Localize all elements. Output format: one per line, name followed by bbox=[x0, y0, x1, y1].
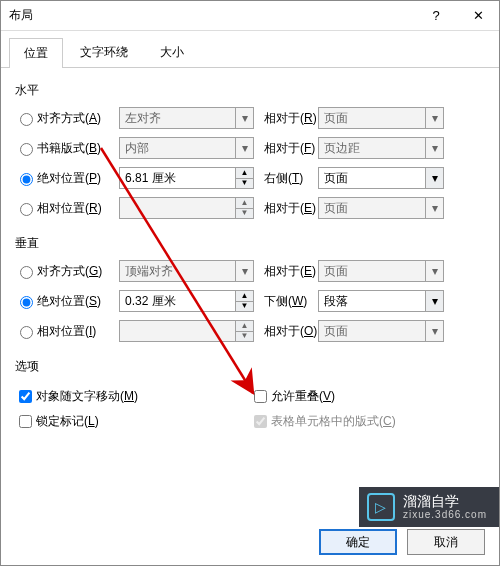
chevron-down-icon: ▾ bbox=[235, 138, 253, 158]
options-columns: 对象随文字移动(M) 锁定标记(L) 允许重叠(V) 表格单元格中的版式(C) bbox=[15, 381, 485, 437]
h-book-rel-label: 相对于(F) bbox=[254, 140, 318, 157]
allow-overlap-check[interactable]: 允许重叠(V) bbox=[250, 387, 485, 406]
v-align-radio-input[interactable] bbox=[20, 266, 33, 279]
chevron-down-icon: ▾ bbox=[425, 291, 443, 311]
h-align-radio-input[interactable] bbox=[20, 113, 33, 126]
h-abs-radio[interactable]: 绝对位置(P) bbox=[15, 170, 119, 187]
window-title: 布局 bbox=[9, 7, 415, 24]
play-icon: ▷ bbox=[367, 493, 395, 521]
v-abs-spinner[interactable]: 0.32 厘米 ▲▼ bbox=[119, 290, 254, 312]
chevron-down-icon: ▾ bbox=[235, 108, 253, 128]
chevron-down-icon: ▾ bbox=[425, 198, 443, 218]
tab-position[interactable]: 位置 bbox=[9, 38, 63, 68]
section-options: 选项 bbox=[15, 358, 485, 375]
chevron-down-icon: ▾ bbox=[235, 261, 253, 281]
move-with-text-check[interactable]: 对象随文字移动(M) bbox=[15, 387, 250, 406]
h-abs-spinner[interactable]: 6.81 厘米 ▲▼ bbox=[119, 167, 254, 189]
titlebar: 布局 ? ✕ bbox=[1, 1, 499, 31]
tab-content: 水平 对齐方式(A) 左对齐 ▾ 相对于(R) 页面 ▾ 书籍版式(B) 内部 bbox=[1, 68, 499, 445]
chevron-down-icon: ▾ bbox=[425, 138, 443, 158]
dialog-buttons: 确定 取消 bbox=[319, 529, 485, 555]
help-button[interactable]: ? bbox=[415, 1, 457, 31]
h-rel-radio[interactable]: 相对位置(R) bbox=[15, 200, 119, 217]
h-abs-rel-label: 右侧(T) bbox=[254, 170, 318, 187]
v-abs-row: 绝对位置(S) 0.32 厘米 ▲▼ 下侧(W) 段落 ▾ bbox=[15, 288, 485, 314]
watermark-url: zixue.3d66.com bbox=[403, 509, 487, 521]
h-align-row: 对齐方式(A) 左对齐 ▾ 相对于(R) 页面 ▾ bbox=[15, 105, 485, 131]
v-rel-radio[interactable]: 相对位置(I) bbox=[15, 323, 119, 340]
h-book-radio[interactable]: 书籍版式(B) bbox=[15, 140, 119, 157]
section-horizontal: 水平 bbox=[15, 82, 485, 99]
v-abs-radio[interactable]: 绝对位置(S) bbox=[15, 293, 119, 310]
spinner-buttons[interactable]: ▲▼ bbox=[235, 321, 253, 341]
section-vertical: 垂直 bbox=[15, 235, 485, 252]
h-align-combo[interactable]: 左对齐 ▾ bbox=[119, 107, 254, 129]
lock-anchor-input[interactable] bbox=[19, 415, 32, 428]
tab-size[interactable]: 大小 bbox=[145, 37, 199, 67]
h-align-rel-combo[interactable]: 页面 ▾ bbox=[318, 107, 444, 129]
h-rel-radio-input[interactable] bbox=[20, 203, 33, 216]
spinner-buttons[interactable]: ▲▼ bbox=[235, 198, 253, 218]
v-align-row: 对齐方式(G) 顶端对齐 ▾ 相对于(E) 页面 ▾ bbox=[15, 258, 485, 284]
spinner-buttons[interactable]: ▲▼ bbox=[235, 168, 253, 188]
close-button[interactable]: ✕ bbox=[457, 1, 499, 31]
h-align-rel-label: 相对于(R) bbox=[254, 110, 318, 127]
chevron-down-icon: ▾ bbox=[425, 321, 443, 341]
v-align-rel-combo[interactable]: 页面 ▾ bbox=[318, 260, 444, 282]
lock-anchor-check[interactable]: 锁定标记(L) bbox=[15, 412, 250, 431]
cancel-button[interactable]: 取消 bbox=[407, 529, 485, 555]
ok-button[interactable]: 确定 bbox=[319, 529, 397, 555]
v-align-combo[interactable]: 顶端对齐 ▾ bbox=[119, 260, 254, 282]
chevron-down-icon: ▾ bbox=[425, 261, 443, 281]
h-book-radio-input[interactable] bbox=[20, 143, 33, 156]
watermark: ▷ 溜溜自学 zixue.3d66.com bbox=[359, 487, 499, 527]
v-align-radio[interactable]: 对齐方式(G) bbox=[15, 263, 119, 280]
h-abs-rel-combo[interactable]: 页面 ▾ bbox=[318, 167, 444, 189]
v-rel-radio-input[interactable] bbox=[20, 326, 33, 339]
v-abs-radio-input[interactable] bbox=[20, 296, 33, 309]
h-rel-rel-label: 相对于(E) bbox=[254, 200, 318, 217]
table-cell-input bbox=[254, 415, 267, 428]
move-with-text-input[interactable] bbox=[19, 390, 32, 403]
chevron-down-icon: ▾ bbox=[425, 108, 443, 128]
v-rel-rel-label: 相对于(O) bbox=[254, 323, 318, 340]
v-align-rel-label: 相对于(E) bbox=[254, 263, 318, 280]
v-abs-rel-label: 下侧(W) bbox=[254, 293, 318, 310]
h-align-radio[interactable]: 对齐方式(A) bbox=[15, 110, 119, 127]
h-rel-spinner[interactable]: ▲▼ bbox=[119, 197, 254, 219]
h-book-combo[interactable]: 内部 ▾ bbox=[119, 137, 254, 159]
tab-text-wrap[interactable]: 文字环绕 bbox=[65, 37, 143, 67]
h-abs-row: 绝对位置(P) 6.81 厘米 ▲▼ 右侧(T) 页面 ▾ bbox=[15, 165, 485, 191]
spinner-buttons[interactable]: ▲▼ bbox=[235, 291, 253, 311]
v-rel-spinner[interactable]: ▲▼ bbox=[119, 320, 254, 342]
h-rel-rel-combo[interactable]: 页面 ▾ bbox=[318, 197, 444, 219]
allow-overlap-input[interactable] bbox=[254, 390, 267, 403]
v-rel-row: 相对位置(I) ▲▼ 相对于(O) 页面 ▾ bbox=[15, 318, 485, 344]
watermark-brand: 溜溜自学 bbox=[403, 493, 487, 509]
tab-strip: 位置 文字环绕 大小 bbox=[1, 31, 499, 68]
chevron-down-icon: ▾ bbox=[425, 168, 443, 188]
v-abs-rel-combo[interactable]: 段落 ▾ bbox=[318, 290, 444, 312]
h-abs-radio-input[interactable] bbox=[20, 173, 33, 186]
h-rel-row: 相对位置(R) ▲▼ 相对于(E) 页面 ▾ bbox=[15, 195, 485, 221]
table-cell-check: 表格单元格中的版式(C) bbox=[250, 412, 485, 431]
v-rel-rel-combo[interactable]: 页面 ▾ bbox=[318, 320, 444, 342]
h-book-row: 书籍版式(B) 内部 ▾ 相对于(F) 页边距 ▾ bbox=[15, 135, 485, 161]
h-book-rel-combo[interactable]: 页边距 ▾ bbox=[318, 137, 444, 159]
layout-dialog: 布局 ? ✕ 位置 文字环绕 大小 水平 对齐方式(A) 左对齐 ▾ 相对于(R… bbox=[0, 0, 500, 566]
